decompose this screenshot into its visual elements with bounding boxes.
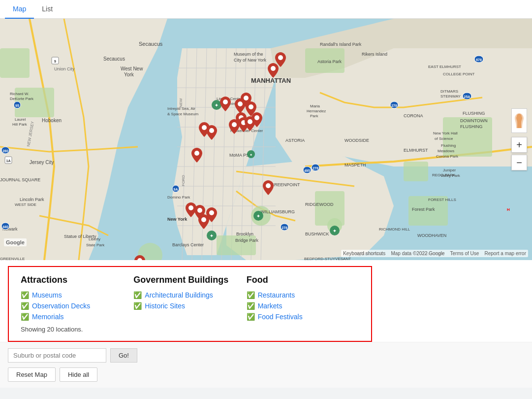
svg-point-145 [271, 66, 276, 71]
svg-text:Museum of the: Museum of the [234, 52, 263, 57]
svg-text:DOWNTOWN: DOWNTOWN [460, 118, 488, 123]
restaurants-link[interactable]: Restaurants [258, 291, 295, 299]
legend-col-government: Government Buildings ✅ Architectural Bui… [133, 275, 246, 333]
svg-text:RICHMOND HILL: RICHMOND HILL [379, 227, 410, 232]
map-marker [220, 97, 231, 111]
svg-text:York: York [124, 72, 134, 77]
svg-text:1A: 1A [6, 159, 11, 163]
svg-text:678: 678 [476, 58, 482, 62]
legend-item-observation-decks[interactable]: ✅ Observation Decks [21, 302, 133, 310]
svg-text:Valley Park: Valley Park [440, 173, 461, 178]
observation-decks-link[interactable]: Observation Decks [32, 302, 90, 310]
map-data-credit: Map data ©2022 Google [391, 251, 444, 256]
memorials-link[interactable]: Memorials [32, 313, 64, 321]
svg-text:280: 280 [2, 149, 8, 153]
svg-text:Hoboken: Hoboken [42, 118, 62, 123]
legend-item-memorials[interactable]: ✅ Memorials [21, 313, 133, 321]
svg-text:Astoria Park: Astoria Park [317, 59, 342, 64]
svg-text:495: 495 [304, 169, 310, 172]
legend-item-restaurants[interactable]: ✅ Restaurants [247, 291, 359, 299]
svg-text:State Park: State Park [86, 243, 105, 247]
map-marker [191, 148, 202, 163]
svg-text:Brooklyn: Brooklyn [236, 232, 253, 236]
svg-text:FORD: FORD [181, 175, 186, 186]
svg-text:✦: ✦ [256, 214, 260, 219]
map-marker [198, 214, 209, 229]
legend-item-museums[interactable]: ✅ Museums [21, 291, 133, 299]
svg-text:MANHATTAN: MANHATTAN [251, 77, 291, 84]
government-heading: Government Buildings [133, 275, 246, 285]
svg-point-146 [223, 100, 228, 104]
svg-text:West New: West New [121, 66, 143, 71]
action-buttons: Reset Map Hide all [8, 367, 524, 382]
svg-text:✦: ✦ [333, 229, 337, 233]
report-map-error[interactable]: Report a map error [485, 251, 526, 256]
museums-check-icon: ✅ [21, 291, 29, 299]
historic-sites-link[interactable]: Historic Sites [145, 302, 185, 310]
zoom-in-button[interactable]: + [511, 137, 527, 153]
tab-map[interactable]: Map [5, 0, 34, 19]
museums-link[interactable]: Museums [32, 291, 62, 299]
svg-text:WOODSIDE: WOODSIDE [344, 138, 369, 143]
svg-text:COLLEGE POINT: COLLEGE POINT [443, 72, 475, 76]
svg-text:Hernandez: Hernandez [307, 109, 326, 113]
svg-point-161 [209, 210, 214, 215]
google-logo: Google [4, 238, 27, 246]
svg-text:MASPETH: MASPETH [344, 163, 366, 167]
hide-all-button[interactable]: Hide all [60, 367, 97, 382]
memorials-check-icon: ✅ [21, 313, 29, 321]
svg-text:Richard W.: Richard W. [10, 92, 29, 96]
svg-point-156 [202, 125, 207, 130]
legend-item-markets[interactable]: ✅ Markets [247, 302, 359, 310]
food-festivals-link[interactable]: Food Festivals [258, 313, 303, 321]
tab-list[interactable]: List [34, 0, 61, 19]
svg-text:NEW: NEW [179, 98, 183, 107]
architectural-buildings-link[interactable]: Architectural Buildings [145, 291, 213, 299]
svg-point-158 [266, 183, 271, 188]
svg-text:Maria: Maria [310, 104, 320, 108]
svg-text:Secaucus: Secaucus [139, 41, 163, 47]
historic-sites-check-icon: ✅ [133, 302, 142, 310]
markets-link[interactable]: Markets [258, 302, 282, 310]
observation-decks-check-icon: ✅ [21, 302, 29, 310]
svg-text:9A: 9A [174, 188, 178, 191]
map-attribution: Keyboard shortcuts Map data ©2022 Google… [341, 250, 528, 257]
keyboard-shortcuts[interactable]: Keyboard shortcuts [343, 251, 385, 256]
svg-text:Barclays Center: Barclays Center [172, 242, 204, 247]
svg-text:Jersey City: Jersey City [30, 160, 54, 165]
suburb-search-input[interactable] [8, 348, 106, 363]
svg-text:H: H [507, 207, 510, 212]
svg-point-148 [244, 96, 249, 100]
map-container[interactable]: MANHATTAN West New York Secaucus Secaucu… [0, 19, 532, 260]
zoom-out-button[interactable]: − [511, 155, 527, 170]
map-marker [268, 63, 279, 78]
svg-text:Forest Park: Forest Park [412, 207, 435, 212]
attractions-heading: Attractions [21, 275, 133, 285]
tab-bar: Map List [0, 0, 532, 19]
svg-text:25A: 25A [464, 95, 470, 99]
legend-panel: Attractions ✅ Museums ✅ Observation Deck… [8, 266, 372, 342]
street-view-button[interactable] [511, 108, 527, 133]
svg-text:BEDFORD-STUYVESANT: BEDFORD-STUYVESANT [304, 257, 351, 260]
go-button[interactable]: Go! [110, 348, 137, 363]
svg-text:FOREST HILLS: FOREST HILLS [428, 198, 456, 202]
svg-text:Park: Park [310, 114, 318, 118]
terms-of-use[interactable]: Terms of Use [450, 251, 479, 256]
markets-check-icon: ✅ [247, 302, 255, 310]
svg-text:440: 440 [2, 225, 8, 229]
svg-point-157 [194, 151, 199, 156]
legend-item-historic-sites[interactable]: ✅ Historic Sites [133, 302, 246, 310]
svg-rect-31 [404, 162, 428, 181]
legend-item-architectural[interactable]: ✅ Architectural Buildings [133, 291, 246, 299]
svg-text:Lincoln Park: Lincoln Park [20, 197, 44, 202]
svg-text:City of New York: City of New York [234, 58, 267, 63]
svg-text:FLUSHING: FLUSHING [460, 124, 483, 129]
svg-text:& Space Museum: & Space Museum [167, 112, 198, 116]
svg-text:Flushing: Flushing [441, 143, 456, 148]
svg-text:Domino Park: Domino Park [167, 195, 190, 200]
legend-item-food-festivals[interactable]: ✅ Food Festivals [247, 313, 359, 321]
svg-text:WEST SIDE: WEST SIDE [15, 202, 36, 207]
svg-text:WOODHAVEN: WOODHAVEN [417, 233, 446, 238]
svg-text:✦: ✦ [210, 233, 214, 238]
reset-map-button[interactable]: Reset Map [8, 367, 56, 382]
